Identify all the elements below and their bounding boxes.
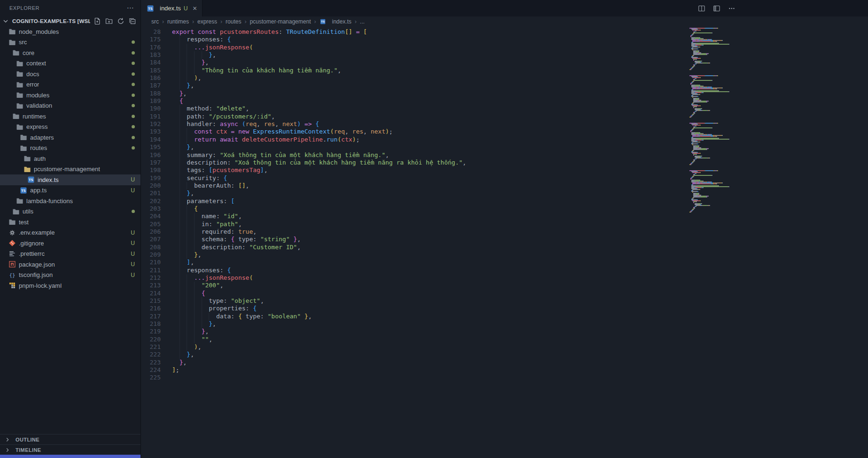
- line-number[interactable]: 198: [141, 166, 161, 174]
- tree-item-auth[interactable]: auth: [0, 153, 141, 164]
- breadcrumb-item-routes[interactable]: routes: [226, 18, 241, 25]
- tree-item-src[interactable]: src: [0, 37, 141, 48]
- line-number[interactable]: 202: [141, 197, 161, 205]
- line-number[interactable]: 195: [141, 143, 161, 151]
- code-line[interactable]: 195 },: [141, 143, 466, 151]
- line-number[interactable]: 215: [141, 297, 161, 305]
- line-number[interactable]: 209: [141, 251, 161, 259]
- tree-item-node_modules[interactable]: node_modules: [0, 26, 141, 37]
- breadcrumb-item-src[interactable]: src: [151, 18, 159, 25]
- code-line[interactable]: 185 "Thông tin của khách hàng tiềm năng.…: [141, 67, 466, 74]
- tree-item-lambda-functions[interactable]: lambda-functions: [0, 196, 141, 206]
- line-number[interactable]: 205: [141, 221, 161, 228]
- code-line[interactable]: 206 required: true,: [141, 228, 466, 236]
- new-file-icon[interactable]: [93, 17, 102, 25]
- line-number[interactable]: 175: [141, 36, 161, 43]
- tree-item-tsconfig.json[interactable]: {}tsconfig.jsonU: [0, 270, 141, 281]
- code-line[interactable]: 214 {: [141, 290, 466, 297]
- tree-item-context[interactable]: context: [0, 58, 141, 69]
- tree-item-express[interactable]: express: [0, 122, 141, 133]
- tree-item-routes[interactable]: routes: [0, 143, 141, 154]
- line-number[interactable]: 191: [141, 113, 161, 120]
- line-number[interactable]: 184: [141, 59, 161, 66]
- code-line[interactable]: 196 summary: "Xoá thông tin của một khác…: [141, 151, 466, 159]
- collapse-all-icon[interactable]: [128, 17, 137, 25]
- tree-item-app.ts[interactable]: TSapp.tsU: [0, 185, 141, 196]
- line-number[interactable]: 219: [141, 328, 161, 335]
- sidebar-section-outline[interactable]: OUTLINE: [0, 434, 141, 444]
- code-line[interactable]: 216 properties: {: [141, 305, 466, 312]
- breadcrumb-item-runtimes[interactable]: runtimes: [167, 18, 189, 25]
- line-number[interactable]: 220: [141, 336, 161, 343]
- code-line[interactable]: 224];: [141, 366, 466, 374]
- tree-item-error[interactable]: error: [0, 79, 141, 90]
- tree-item-index.ts[interactable]: TSindex.tsU: [0, 174, 141, 185]
- line-number[interactable]: 200: [141, 182, 161, 190]
- line-number[interactable]: 210: [141, 259, 161, 266]
- line-number[interactable]: 213: [141, 282, 161, 289]
- tree-item-modules[interactable]: modules: [0, 90, 141, 101]
- line-number[interactable]: 206: [141, 228, 161, 236]
- breadcrumb-item-express[interactable]: express: [197, 18, 217, 25]
- code-line[interactable]: 209 },: [141, 251, 466, 259]
- tree-item-pcustomer-management[interactable]: pcustomer-management: [0, 164, 141, 175]
- code-line[interactable]: 217 data: { type: "boolean" },: [141, 313, 466, 320]
- tree-item-.gitignore[interactable]: .gitignoreU: [0, 238, 141, 249]
- code-line[interactable]: 211 responses: {: [141, 267, 466, 274]
- sidebar-section-timeline[interactable]: TIMELINE: [0, 444, 141, 455]
- line-number[interactable]: 216: [141, 305, 161, 312]
- line-number[interactable]: 188: [141, 90, 161, 97]
- code-line[interactable]: 222 },: [141, 351, 466, 358]
- line-number[interactable]: 207: [141, 236, 161, 243]
- code-line[interactable]: 223 },: [141, 359, 466, 366]
- breadcrumb-item-pcustomer-management[interactable]: pcustomer-management: [250, 18, 311, 25]
- tree-item-test[interactable]: test: [0, 217, 141, 228]
- minimap[interactable]: [689, 28, 740, 218]
- code-line[interactable]: 202 parameters: [: [141, 197, 466, 205]
- line-number[interactable]: 212: [141, 274, 161, 282]
- tree-item-runtimes[interactable]: runtimes: [0, 111, 141, 122]
- tree-item-pnpm-lock.yaml[interactable]: pnpm-lock.yaml: [0, 280, 141, 291]
- line-number[interactable]: 193: [141, 128, 161, 135]
- line-number[interactable]: 222: [141, 351, 161, 358]
- code-line[interactable]: 188 },: [141, 90, 466, 97]
- code-line[interactable]: 176 ...jsonResponse(: [141, 44, 466, 51]
- code-line[interactable]: 183 },: [141, 51, 466, 59]
- line-number[interactable]: 208: [141, 244, 161, 251]
- split-editor-icon[interactable]: [698, 5, 705, 12]
- line-number[interactable]: 204: [141, 213, 161, 220]
- code-line[interactable]: 219 },: [141, 328, 466, 335]
- code-line[interactable]: 201 },: [141, 190, 466, 197]
- code-line[interactable]: 210 ],: [141, 259, 466, 266]
- new-folder-icon[interactable]: [105, 17, 113, 25]
- line-number[interactable]: 223: [141, 359, 161, 366]
- tree-item-docs[interactable]: docs: [0, 69, 141, 79]
- project-root-row[interactable]: COGNITO-EXAMPLE-TS [WSL: ...: [0, 16, 141, 26]
- code-line[interactable]: 186 ),: [141, 74, 466, 82]
- line-number[interactable]: 211: [141, 267, 161, 274]
- line-number[interactable]: 186: [141, 74, 161, 82]
- chevron-down-icon[interactable]: [2, 17, 9, 25]
- line-number[interactable]: 28: [141, 28, 161, 36]
- refresh-icon[interactable]: [117, 17, 125, 25]
- code-line[interactable]: 175 responses: {: [141, 36, 466, 43]
- line-number[interactable]: 185: [141, 67, 161, 74]
- code-line[interactable]: 194 return await deleteCustomerPipeline.…: [141, 136, 466, 143]
- line-number[interactable]: 197: [141, 159, 161, 166]
- line-number[interactable]: 201: [141, 190, 161, 197]
- line-number[interactable]: 217: [141, 313, 161, 320]
- code-line[interactable]: 221 ),: [141, 343, 466, 351]
- code-line[interactable]: 215 type: "object",: [141, 297, 466, 305]
- code-line[interactable]: 212 ...jsonResponse(: [141, 274, 466, 282]
- code-line[interactable]: 199 security: {: [141, 174, 466, 182]
- code-line[interactable]: 218 },: [141, 320, 466, 328]
- code-line[interactable]: 205 in: "path",: [141, 221, 466, 228]
- line-number[interactable]: 214: [141, 290, 161, 297]
- code-line[interactable]: 192 handler: async (req, res, next) => {: [141, 120, 466, 128]
- code-line[interactable]: 191 path: "/pcustomers/:id",: [141, 113, 466, 120]
- code-line[interactable]: 203 {: [141, 205, 466, 213]
- code-line[interactable]: 189 {: [141, 97, 466, 105]
- line-number[interactable]: 218: [141, 320, 161, 328]
- line-number[interactable]: 176: [141, 44, 161, 51]
- code-line[interactable]: 28export const pcustomersRoutes: TRouteD…: [141, 28, 466, 36]
